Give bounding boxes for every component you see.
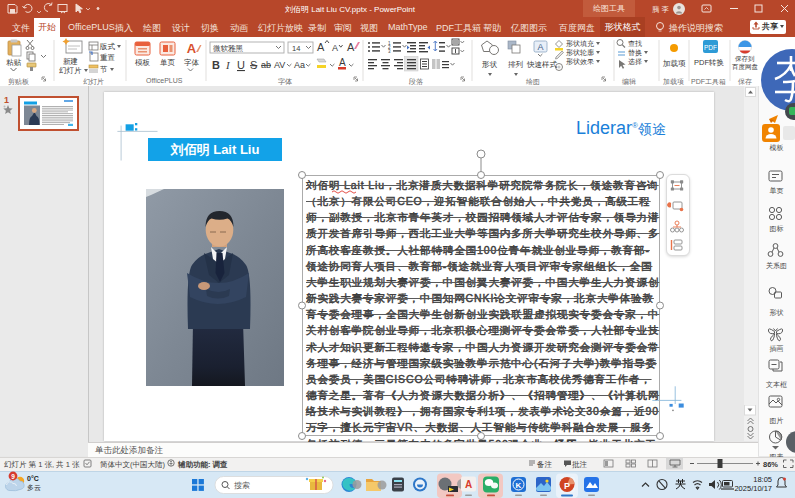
svg-text:9: 9: [11, 473, 15, 480]
svg-text:P: P: [564, 481, 570, 491]
svg-text:K: K: [516, 481, 522, 490]
svg-text:A: A: [465, 479, 472, 490]
